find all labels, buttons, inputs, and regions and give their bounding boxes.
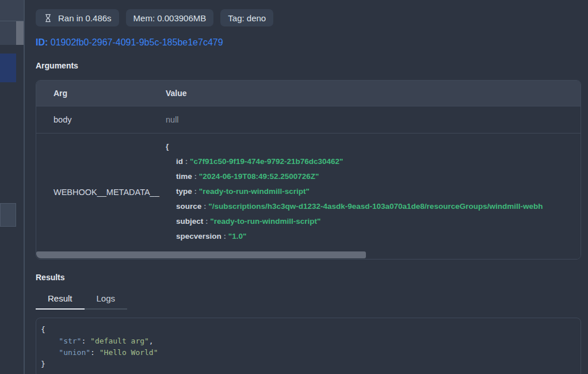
results-tabs: Result Logs	[36, 289, 581, 310]
memory-badge: Mem: 0.003906MB	[126, 9, 214, 26]
duration-badge: Ran in 0.486s	[36, 9, 119, 26]
job-id-line: ID: 01902fb0-2967-4091-9b5c-185be1e7c479	[36, 37, 581, 48]
job-id-label: ID:	[36, 37, 48, 47]
metadata-entry: subject : "ready-to-run-windmill-script"	[166, 214, 581, 229]
rail-item-block[interactable]	[0, 203, 16, 227]
left-rail	[0, 0, 25, 374]
result-code-line: }	[41, 358, 572, 370]
result-code-line: {	[41, 324, 572, 335]
results-title: Results	[36, 273, 581, 282]
memory-badge-label: Mem: 0.003906MB	[133, 13, 207, 23]
metadata-entry: id : "c7f91c50-9f19-474e-9792-21b76dc304…	[166, 154, 581, 169]
job-run-page: Ran in 0.486s Mem: 0.003906MB Tag: deno …	[0, 0, 588, 374]
metadata-entries: id : "c7f91c50-9f19-474e-9792-21b76dc304…	[166, 154, 581, 244]
result-code-line: "str": "default arg",	[41, 335, 572, 347]
result-code-line: "union": "Hello World"	[41, 347, 572, 358]
hourglass-icon	[43, 13, 53, 23]
arguments-table: Arg Value body null WEBHOOK__METADATA__ …	[36, 80, 581, 259]
tag-badge: Tag: deno	[220, 9, 273, 26]
arguments-title: Arguments	[36, 61, 581, 70]
arg-column-header: Arg	[36, 89, 166, 98]
duration-badge-label: Ran in 0.486s	[58, 13, 112, 23]
tab-result[interactable]: Result	[36, 289, 85, 310]
table-row: WEBHOOK__METADATA__ { id : "c7f91c50-9f1…	[36, 133, 581, 251]
value-column-header: Value	[166, 89, 581, 98]
job-id-link[interactable]: 01902fb0-2967-4091-9b5c-185be1e7c479	[51, 37, 223, 47]
table-horizontal-scrollbar	[36, 251, 581, 259]
metadata-entry: source : "/subscriptions/h3c3qw-d1232-4a…	[166, 199, 581, 214]
arg-value: null	[166, 115, 581, 124]
table-row: body null	[36, 106, 581, 133]
tag-badge-label: Tag: deno	[228, 13, 266, 23]
rail-panel-block	[0, 21, 16, 45]
arguments-table-header: Arg Value	[36, 81, 581, 106]
result-code: { "str": "default arg", "union": "Hello …	[36, 318, 581, 374]
arg-object-value: { id : "c7f91c50-9f19-474e-9792-21b76dc3…	[166, 133, 581, 251]
rail-top-block	[0, 0, 24, 21]
metadata-entry: type : "ready-to-run-windmill-script"	[166, 184, 581, 199]
rail-scrollbar-thumb[interactable]	[16, 21, 24, 45]
arg-name: body	[36, 115, 166, 124]
metadata-entry: specversion : "1.0"	[166, 229, 581, 244]
table-scrollbar-thumb[interactable]	[36, 251, 366, 258]
object-open-brace: {	[166, 139, 581, 154]
job-detail-main: Ran in 0.486s Mem: 0.003906MB Tag: deno …	[25, 0, 588, 374]
job-badges: Ran in 0.486s Mem: 0.003906MB Tag: deno	[36, 9, 581, 26]
tab-logs[interactable]: Logs	[85, 289, 128, 310]
metadata-entry: time : "2024-06-19T08:49:52.2500726Z"	[166, 169, 581, 184]
arg-name: WEBHOOK__METADATA__	[36, 133, 166, 251]
rail-selected-item[interactable]	[0, 54, 16, 82]
